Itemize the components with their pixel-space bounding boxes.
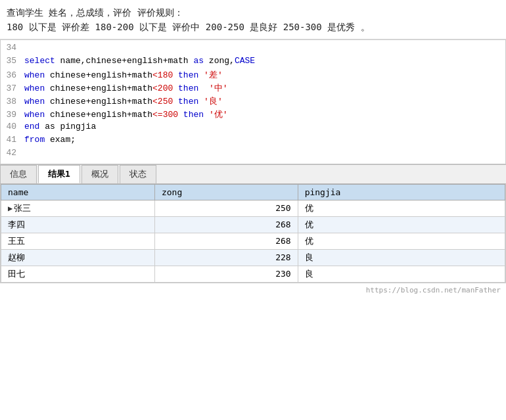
tab-status[interactable]: 状态	[120, 165, 156, 183]
code-lines: 34 35select name,chinese+english+math as…	[1, 40, 505, 164]
cell-name: 赵柳	[1, 249, 155, 266]
cell-name: 田七	[1, 266, 155, 282]
line-number: 36	[1, 70, 22, 80]
tab-info[interactable]: 信息	[0, 165, 37, 183]
table-row: 李四268优	[1, 216, 505, 233]
line-number: 37	[1, 83, 22, 93]
footer-link: https://blog.csdn.net/manFather	[0, 283, 506, 297]
code-line: 35select name,chinese+english+math as zo…	[1, 56, 505, 69]
cell-zong: 250	[154, 200, 298, 216]
tabs-bar: 信息结果1概况状态	[0, 164, 506, 184]
code-editor: 34 35select name,chinese+english+math as…	[0, 39, 506, 164]
description-area: 查询学生 姓名，总成绩，评价 评价规则： 180 以下是 评价差 180-200…	[0, 0, 506, 39]
cell-name: ▶张三	[1, 200, 155, 216]
line-number: 39	[1, 110, 22, 120]
line-number: 40	[1, 122, 22, 131]
results-table: namezongpingjia ▶张三250优李四268优王五268优赵柳228…	[1, 184, 505, 283]
line-content: end as pingjia	[22, 122, 505, 131]
cell-name: 王五	[1, 233, 155, 249]
line-content	[22, 43, 505, 53]
line-content: when chinese+english+math<250 then '良'	[22, 95, 505, 107]
cell-zong: 268	[154, 233, 298, 249]
table-row: 王五268优	[1, 233, 505, 249]
line-number: 38	[1, 97, 22, 106]
desc-line1: 查询学生 姓名，总成绩，评价 评价规则：	[7, 5, 499, 20]
code-line: 41from exam;	[1, 135, 505, 148]
cell-pingjia: 优	[298, 216, 505, 233]
code-line: 40end as pingjia	[1, 122, 505, 135]
cell-zong: 268	[154, 216, 298, 233]
line-content: when chinese+english+math<200 then '中'	[22, 82, 505, 94]
table-row: 赵柳228良	[1, 249, 505, 266]
col-header-zong: zong	[154, 184, 298, 200]
code-line: 34	[1, 43, 505, 56]
code-line: 39when chinese+english+math<=300 then '优…	[1, 108, 505, 122]
table-row: 田七230良	[1, 266, 505, 282]
row-pointer-icon: ▶	[8, 204, 12, 213]
cell-pingjia: 优	[298, 200, 505, 216]
results-area: namezongpingjia ▶张三250优李四268优王五268优赵柳228…	[0, 184, 506, 283]
col-header-name: name	[1, 184, 155, 200]
line-number: 42	[1, 148, 22, 158]
table-row: ▶张三250优	[1, 200, 505, 216]
cell-pingjia: 良	[298, 249, 505, 266]
line-number: 34	[1, 43, 22, 53]
cell-zong: 228	[154, 249, 298, 266]
cell-pingjia: 良	[298, 266, 505, 282]
line-number: 41	[1, 135, 22, 145]
cell-zong: 230	[154, 266, 298, 282]
code-line: 37when chinese+english+math<200 then '中'	[1, 82, 505, 95]
desc-line2: 180 以下是 评价差 180-200 以下是 评价中 200-250 是良好 …	[7, 20, 499, 34]
code-line: 42	[1, 148, 505, 161]
line-content: when chinese+english+math<=300 then '优'	[22, 108, 505, 120]
code-line: 38when chinese+english+math<250 then '良'	[1, 95, 505, 108]
line-number: 35	[1, 56, 22, 66]
tab-overview[interactable]: 概况	[81, 165, 118, 183]
cell-pingjia: 优	[298, 233, 505, 249]
line-content: select name,chinese+english+math as zong…	[22, 56, 505, 66]
tab-result1[interactable]: 结果1	[38, 165, 80, 183]
line-content: from exam;	[22, 135, 505, 145]
line-content: when chinese+english+math<180 then '差'	[22, 69, 505, 81]
line-content	[22, 148, 505, 158]
col-header-pingjia: pingjia	[298, 184, 505, 200]
code-line: 36when chinese+english+math<180 then '差'	[1, 69, 505, 82]
cell-name: 李四	[1, 216, 155, 233]
